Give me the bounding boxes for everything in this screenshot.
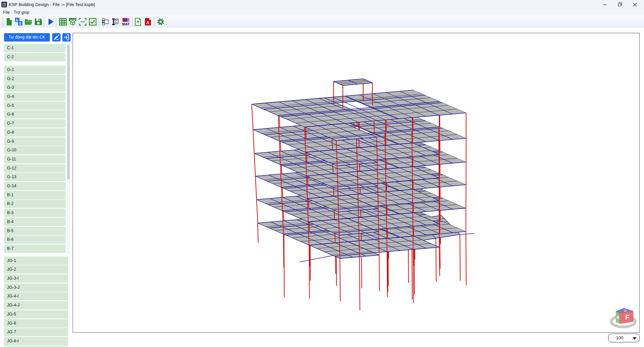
svg-text:MAT: MAT xyxy=(122,22,130,26)
svg-text:A: A xyxy=(146,20,149,25)
svg-text:E: E xyxy=(16,18,18,22)
svg-text:S: S xyxy=(19,21,21,25)
svg-text:R: R xyxy=(617,316,620,320)
svg-text:F: F xyxy=(625,314,629,321)
